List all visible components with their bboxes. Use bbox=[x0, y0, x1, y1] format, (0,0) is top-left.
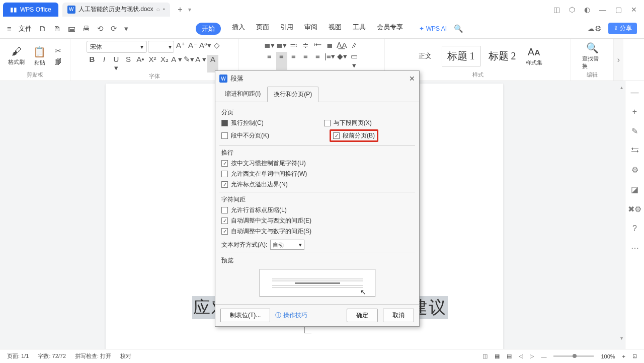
checkbox-keep-lines-together[interactable]: 段中不分页(K) bbox=[221, 129, 269, 142]
zoom-level[interactable]: 100% bbox=[601, 353, 615, 359]
ribbon-tab-tools[interactable]: 工具 bbox=[353, 23, 366, 35]
align-left-icon[interactable]: ≡ bbox=[264, 52, 275, 70]
quick-save-icon[interactable]: 🖴 bbox=[68, 24, 75, 33]
ribbon-tab-home[interactable]: 开始 bbox=[196, 23, 221, 35]
status-proof[interactable]: 校对 bbox=[120, 352, 131, 360]
close-button[interactable]: ✕ bbox=[631, 6, 637, 14]
checkbox-hanging-punct[interactable]: 允许标点溢出边界(N) bbox=[221, 180, 413, 189]
menu-icon[interactable]: ≡ bbox=[7, 24, 12, 33]
shading-icon[interactable]: ◆▾ bbox=[337, 52, 348, 70]
view-mode-icon[interactable]: ◫ bbox=[482, 353, 488, 359]
quick-new-icon[interactable]: 🗋 bbox=[39, 24, 46, 33]
edit-icon[interactable]: ✎ bbox=[631, 126, 638, 136]
help-icon[interactable]: ? bbox=[632, 224, 637, 233]
checkbox-punct-compress[interactable]: 允许行首标点压缩(L) bbox=[221, 206, 413, 214]
font-effects-button[interactable]: A ▾ bbox=[171, 55, 182, 72]
emphasis-button[interactable]: A• bbox=[135, 55, 146, 72]
fit-page-icon[interactable]: ⊡ bbox=[632, 353, 637, 359]
ribbon-tab-view[interactable]: 视图 bbox=[329, 23, 342, 35]
select-icon[interactable]: ⮀ bbox=[631, 146, 639, 155]
tab-stop-icon[interactable]: |≡▾ bbox=[325, 52, 336, 70]
checkbox-page-break-before[interactable]: 段前分页(B) bbox=[330, 129, 378, 142]
zoom-in-button[interactable]: + bbox=[622, 353, 625, 359]
dialog-title-bar[interactable]: W 段落 ✕ bbox=[215, 71, 419, 86]
cloud-settings-icon[interactable]: ☁⚙ bbox=[587, 24, 601, 33]
view-mode-icon[interactable]: ▤ bbox=[507, 353, 512, 359]
share-button[interactable]: ⇪ 分享 bbox=[608, 23, 637, 34]
ribbon-tab-review[interactable]: 审阅 bbox=[304, 23, 317, 35]
zoom-slider[interactable] bbox=[553, 355, 594, 357]
borders-icon[interactable]: ▭ ▾ bbox=[349, 52, 360, 70]
style-heading1[interactable]: 标题 1 bbox=[442, 46, 480, 66]
superscript-button[interactable]: X² bbox=[147, 55, 158, 72]
quick-open-icon[interactable]: 🗎 bbox=[53, 24, 61, 33]
increase-font-icon[interactable]: A⁺ bbox=[175, 41, 186, 53]
change-case-icon[interactable]: Aᵃ▾ bbox=[199, 41, 210, 53]
copy-icon[interactable]: 🗐 bbox=[53, 57, 64, 66]
status-page[interactable]: 页面: 1/1 bbox=[7, 352, 29, 360]
panel-icon[interactable]: ◫ bbox=[553, 6, 560, 14]
decrease-font-icon[interactable]: A⁻ bbox=[187, 41, 198, 53]
line-spacing-icon[interactable]: ≣ bbox=[325, 41, 336, 50]
char-shading-button[interactable]: A bbox=[207, 55, 218, 72]
dialog-close-button[interactable]: ✕ bbox=[409, 75, 415, 83]
align-justify-icon[interactable]: ≡ bbox=[300, 52, 311, 70]
tab-dropdown-icon[interactable]: • bbox=[163, 6, 165, 13]
italic-button[interactable]: I bbox=[99, 55, 110, 72]
highlight-button[interactable]: ✎▾ bbox=[183, 55, 194, 72]
maximize-button[interactable]: ▢ bbox=[615, 6, 622, 14]
view-mode-icon[interactable]: ▷ bbox=[530, 353, 534, 359]
layers-icon[interactable]: ◪ bbox=[631, 185, 638, 194]
checkbox-widow-control[interactable]: 孤行控制(C) bbox=[221, 119, 264, 127]
style-set-button[interactable]: Aᴀ样式集 bbox=[524, 46, 544, 66]
quick-redo-icon[interactable]: ⟳ bbox=[111, 24, 117, 33]
document-tab[interactable]: W 人工智能的历史与现状.docx ○ • bbox=[62, 3, 170, 17]
quick-print-icon[interactable]: 🖶 bbox=[83, 24, 90, 33]
underline-button[interactable]: U ▾ bbox=[111, 55, 122, 72]
text-direction-icon[interactable]: ⭰ bbox=[312, 41, 324, 50]
find-replace-button[interactable]: 🔍查找替换 bbox=[582, 42, 602, 70]
tabs-dropdown-icon[interactable]: ▾ bbox=[188, 6, 191, 13]
status-words[interactable]: 字数: 72/72 bbox=[38, 352, 66, 360]
font-size-select[interactable]: ▾ bbox=[148, 41, 174, 53]
ribbon-tab-member[interactable]: 会员专享 bbox=[377, 23, 403, 35]
view-mode-icon[interactable]: ◁ bbox=[519, 353, 523, 359]
cancel-button[interactable]: 取消 bbox=[383, 309, 414, 322]
style-normal[interactable]: 正文 bbox=[412, 48, 439, 63]
char-scale-icon[interactable]: A͟A bbox=[337, 41, 348, 50]
format-painter-button[interactable]: 🖌格式刷 bbox=[7, 46, 27, 66]
view-mode-icon[interactable]: ▦ bbox=[495, 353, 500, 359]
tabs-button[interactable]: 制表位(T)... bbox=[220, 309, 270, 322]
checkbox-cjk-number-spacing[interactable]: 自动调整中文与数字的间距(S) bbox=[221, 227, 413, 236]
columns-icon[interactable]: ⫽ bbox=[349, 41, 360, 50]
wps-ai-button[interactable]: ✦WPS AI bbox=[419, 25, 447, 32]
more-icon[interactable]: ⋯ bbox=[631, 243, 639, 253]
quick-more-icon[interactable]: ▾ bbox=[124, 24, 128, 33]
bold-button[interactable]: B bbox=[87, 55, 98, 72]
new-tab-button[interactable]: + bbox=[174, 4, 186, 16]
numbering-icon[interactable]: ≣▾ bbox=[276, 41, 287, 50]
font-name-select[interactable]: 宋体▾ bbox=[87, 41, 147, 53]
checkbox-cjk-first-last[interactable]: 按中文习惯控制首尾字符(U) bbox=[221, 159, 413, 168]
increase-indent-icon[interactable]: ≑ bbox=[300, 41, 311, 50]
cube-icon[interactable]: ⬡ bbox=[569, 6, 575, 14]
tab-line-page-breaks[interactable]: 换行和分页(P) bbox=[267, 87, 318, 102]
paste-button[interactable]: 📋粘贴 bbox=[30, 46, 50, 66]
subscript-button[interactable]: X₂ bbox=[159, 55, 170, 72]
ok-button[interactable]: 确定 bbox=[347, 309, 378, 322]
cut-icon[interactable]: ✂ bbox=[53, 46, 64, 55]
tab-indent-spacing[interactable]: 缩进和间距(I) bbox=[218, 86, 267, 102]
zoom-out-button[interactable]: — bbox=[541, 353, 546, 359]
avatar-icon[interactable]: ◐ bbox=[584, 6, 590, 14]
app-tab[interactable]: ▮▮ WPS Office bbox=[3, 3, 58, 17]
zoom-out-icon[interactable]: — bbox=[631, 88, 639, 97]
checkbox-latin-word-wrap[interactable]: 允许西文在单词中间换行(W) bbox=[221, 170, 413, 178]
scroll-up-icon[interactable]: ▴ bbox=[620, 85, 623, 90]
checkbox-keep-with-next[interactable]: 与下段同页(X) bbox=[324, 119, 372, 127]
tools-icon[interactable]: ✖⚙ bbox=[628, 204, 641, 214]
ribbon-tab-insert[interactable]: 插入 bbox=[232, 23, 245, 35]
minimize-button[interactable]: — bbox=[599, 6, 606, 14]
settings-icon[interactable]: ⚙ bbox=[631, 165, 638, 175]
tips-link[interactable]: ⓘ操作技巧 bbox=[275, 311, 307, 320]
align-distribute-icon[interactable]: ≡ bbox=[312, 52, 324, 70]
